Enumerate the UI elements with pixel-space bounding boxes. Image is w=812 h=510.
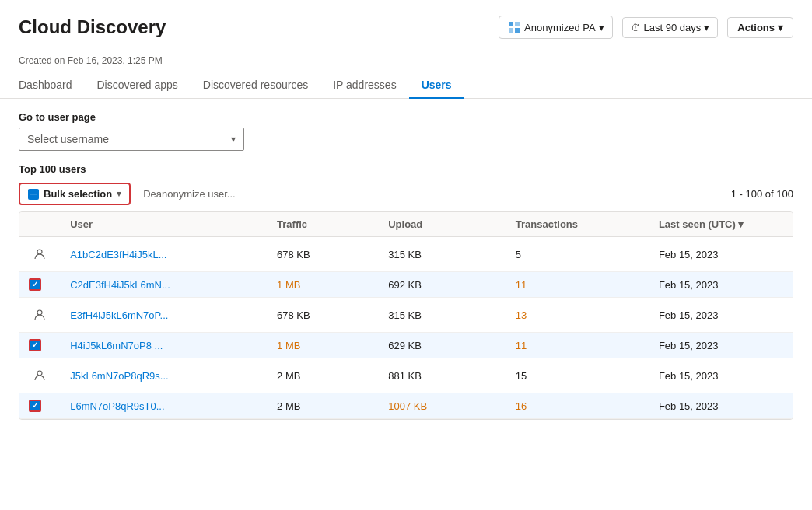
svg-point-4 — [37, 250, 42, 254]
row-upload: 315 KB — [379, 237, 506, 272]
checkbox-checked[interactable] — [29, 278, 41, 291]
clock-icon: ⏱ — [631, 22, 641, 33]
row-user: E3fH4iJ5kL6mN7oP... — [61, 298, 268, 333]
row-user: H4iJ5kL6mN7oP8 ... — [61, 333, 268, 358]
tabs-container: Dashboard Discovered apps Discovered res… — [0, 66, 812, 99]
user-name[interactable]: H4iJ5kL6mN7oP8 ... — [70, 340, 163, 351]
header-controls: Anonymized PA ▾ ⏱ Last 90 days ▾ Actions… — [499, 16, 793, 39]
row-last-seen: Feb 15, 2023 — [649, 298, 793, 333]
table-row: L6mN7oP8qR9sT0...2 MB1007 KB16Feb 15, 20… — [19, 393, 793, 419]
row-user: J5kL6mN7oP8qR9s... — [61, 358, 268, 393]
row-checkbox-cell[interactable] — [19, 298, 61, 333]
table-row: J5kL6mN7oP8qR9s...2 MB881 KB15Feb 15, 20… — [19, 358, 793, 393]
subtitle: Created on Feb 16, 2023, 1:25 PM — [0, 47, 812, 66]
table-header-row: User Traffic Upload Transactions Last se… — [19, 212, 793, 237]
bulk-chevron-icon: ▾ — [117, 189, 121, 199]
date-range-button[interactable]: ⏱ Last 90 days ▾ — [622, 17, 719, 38]
row-traffic: 678 KB — [268, 237, 379, 272]
row-last-seen: Feb 15, 2023 — [649, 333, 793, 358]
row-transactions: 13 — [506, 298, 649, 333]
sort-icon: ▾ — [738, 218, 744, 230]
bulk-selection-button[interactable]: Bulk selection ▾ — [19, 183, 131, 205]
tab-dashboard[interactable]: Dashboard — [19, 72, 85, 99]
row-user: C2dE3fH4iJ5kL6mN... — [61, 272, 268, 298]
users-table-container: User Traffic Upload Transactions Last se… — [19, 211, 793, 420]
svg-rect-3 — [515, 28, 520, 33]
table-body: A1bC2dE3fH4iJ5kL...678 KB315 KB5Feb 15, … — [19, 237, 793, 419]
row-transactions: 16 — [506, 393, 649, 419]
report-icon — [507, 20, 521, 34]
col-transactions: Transactions — [506, 212, 649, 237]
row-checkbox-cell[interactable] — [19, 272, 61, 298]
svg-point-6 — [37, 371, 42, 376]
row-checkbox-cell[interactable] — [19, 333, 61, 358]
row-transactions: 5 — [506, 237, 649, 272]
row-upload: 629 KB — [379, 333, 506, 358]
actions-label: Actions — [737, 22, 775, 33]
toolbar-left: Bulk selection ▾ Deanonymize user... — [19, 183, 242, 205]
tab-discovered-resources[interactable]: Discovered resources — [191, 72, 320, 99]
user-name[interactable]: E3fH4iJ5kL6mN7oP... — [70, 309, 168, 321]
table-row: E3fH4iJ5kL6mN7oP...678 KB315 KB13Feb 15,… — [19, 298, 793, 333]
toolbar: Bulk selection ▾ Deanonymize user... 1 -… — [19, 183, 793, 205]
row-checkbox-cell[interactable] — [19, 393, 61, 419]
row-traffic: 2 MB — [268, 393, 379, 419]
go-to-user-section: Go to user page Select username ▾ — [19, 111, 793, 151]
row-transactions: 11 — [506, 272, 649, 298]
content-area: Go to user page Select username ▾ Top 10… — [0, 99, 812, 432]
chevron-down-icon-3: ▾ — [778, 22, 783, 33]
page-title: Cloud Discovery — [19, 16, 166, 38]
chevron-down-icon-2: ▾ — [704, 22, 709, 33]
user-name[interactable]: A1bC2dE3fH4iJ5kL... — [70, 249, 166, 260]
chevron-down-icon: ▾ — [599, 22, 604, 33]
checkbox-checked[interactable] — [29, 339, 41, 351]
table-row: A1bC2dE3fH4iJ5kL...678 KB315 KB5Feb 15, … — [19, 237, 793, 272]
col-last-seen: Last seen (UTC) ▾ — [649, 212, 793, 237]
row-last-seen: Feb 15, 2023 — [649, 272, 793, 298]
user-name[interactable]: L6mN7oP8qR9sT0... — [70, 400, 164, 412]
row-last-seen: Feb 15, 2023 — [649, 393, 793, 419]
col-traffic: Traffic — [268, 212, 379, 237]
row-upload: 1007 KB — [379, 393, 506, 419]
select-placeholder: Select username — [27, 133, 109, 145]
row-traffic: 2 MB — [268, 358, 379, 393]
username-select[interactable]: Select username ▾ — [19, 128, 244, 151]
deanonymize-button[interactable]: Deanonymize user... — [137, 185, 242, 203]
actions-button[interactable]: Actions ▾ — [727, 17, 793, 38]
row-upload: 315 KB — [379, 298, 506, 333]
user-avatar-icon — [29, 304, 51, 326]
user-avatar-icon — [29, 243, 51, 265]
bulk-selection-label: Bulk selection — [44, 188, 112, 200]
table-row: C2dE3fH4iJ5kL6mN...1 MB692 KB11Feb 15, 2… — [19, 272, 793, 298]
row-last-seen: Feb 15, 2023 — [649, 358, 793, 393]
row-upload: 692 KB — [379, 272, 506, 298]
row-transactions: 15 — [506, 358, 649, 393]
header: Cloud Discovery Anonymized PA ▾ ⏱ Last 9… — [0, 0, 812, 47]
row-transactions: 11 — [506, 333, 649, 358]
user-avatar-icon — [29, 365, 51, 386]
row-upload: 881 KB — [379, 358, 506, 393]
col-upload: Upload — [379, 212, 506, 237]
anonymized-pa-button[interactable]: Anonymized PA ▾ — [499, 16, 613, 39]
users-table: User Traffic Upload Transactions Last se… — [19, 212, 793, 419]
tab-ip-addresses[interactable]: IP addresses — [320, 72, 408, 99]
tab-discovered-apps[interactable]: Discovered apps — [85, 72, 191, 99]
user-name[interactable]: C2dE3fH4iJ5kL6mN... — [70, 279, 170, 291]
row-checkbox-cell[interactable] — [19, 237, 61, 272]
row-user: A1bC2dE3fH4iJ5kL... — [61, 237, 268, 272]
anonymized-label: Anonymized PA — [524, 22, 596, 33]
row-traffic: 678 KB — [268, 298, 379, 333]
col-user: User — [61, 212, 268, 237]
table-row: H4iJ5kL6mN7oP8 ...1 MB629 KB11Feb 15, 20… — [19, 333, 793, 358]
tab-users[interactable]: Users — [409, 72, 464, 99]
date-range-label: Last 90 days — [644, 22, 702, 33]
pagination: 1 - 100 of 100 — [731, 188, 793, 200]
user-name[interactable]: J5kL6mN7oP8qR9s... — [70, 370, 168, 382]
page: Cloud Discovery Anonymized PA ▾ ⏱ Last 9… — [0, 0, 812, 510]
bulk-selection-icon — [28, 189, 39, 200]
row-last-seen: Feb 15, 2023 — [649, 237, 793, 272]
checkbox-checked[interactable] — [29, 400, 41, 412]
row-traffic: 1 MB — [268, 272, 379, 298]
table-header: User Traffic Upload Transactions Last se… — [19, 212, 793, 237]
row-checkbox-cell[interactable] — [19, 358, 61, 393]
